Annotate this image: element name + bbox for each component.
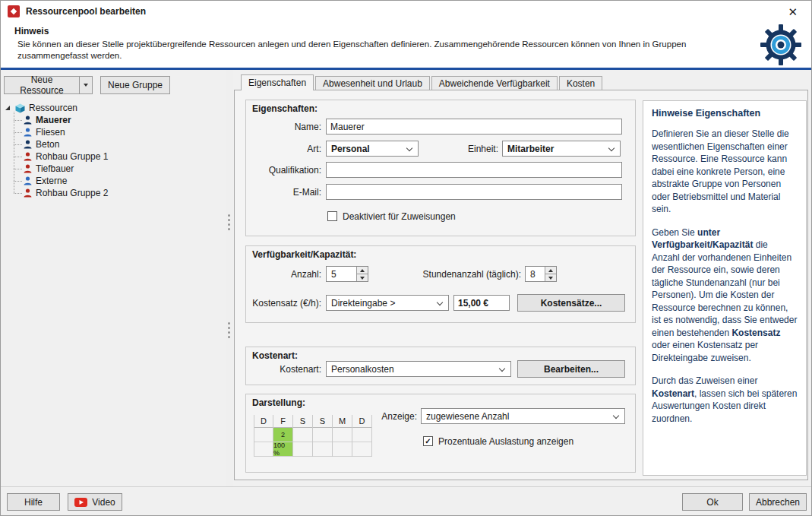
ressourcenpool-dialog: Ressourcenpool bearbeiten ✕ Hinweis Sie … — [0, 0, 812, 516]
tree-item-ressourcen[interactable]: Ressourcen — [5, 102, 108, 114]
abbrechen-button[interactable]: Abbrechen — [749, 493, 807, 511]
tree-children: Mauerer Fliesen Beton Rohbau Gruppe 1 Ti… — [24, 114, 108, 199]
tab-kosten[interactable]: Kosten — [559, 76, 602, 90]
bearbeiten-button[interactable]: Bearbeiten... — [517, 360, 625, 378]
tab-strip: Eigenschaften Abwesenheit und Urlaub Abw… — [241, 74, 604, 90]
spinner-up-icon[interactable] — [357, 267, 368, 274]
auslastung-checkbox[interactable]: ✓ — [423, 436, 433, 446]
tree-item-tiefbauer[interactable]: Tiefbauer — [24, 163, 108, 175]
hilfe-button[interactable]: Hilfe — [7, 493, 60, 511]
chevron-down-icon — [84, 84, 88, 87]
help-title: Hinweise Eigenschaften — [652, 108, 798, 119]
app-icon — [8, 5, 20, 17]
tab-abwesenheit-und-urlaub[interactable]: Abwesenheit und Urlaub — [315, 76, 430, 90]
kostenart-label: Kostenart: — [245, 364, 321, 375]
calendar-column: S — [313, 415, 333, 457]
tree-item-mauerer[interactable]: Mauerer — [24, 114, 108, 126]
spinner-up-icon[interactable] — [545, 267, 556, 274]
tree-root-label: Ressourcen — [29, 103, 77, 113]
stundenanzahl-stepper-buttons — [545, 267, 556, 281]
kostensatz-label: Kostensatz (€/h): — [245, 298, 321, 309]
gear-logo-icon — [760, 24, 802, 66]
kostensaetze-button[interactable]: Kostensätze... — [517, 294, 625, 312]
panel-splitter[interactable] — [226, 70, 233, 488]
day-header: D — [352, 415, 371, 428]
splitter-handle[interactable] — [228, 322, 230, 338]
help-panel: Hinweise Eigenschaften Definieren Sie an… — [643, 100, 807, 476]
tree-item-rohbau-gruppe-1[interactable]: Rohbau Gruppe 1 — [24, 150, 108, 163]
spinner-down-icon[interactable] — [545, 274, 556, 281]
group-darstellung-caption: Darstellung: — [252, 397, 305, 408]
availability-preview-calendar: D F 2 100 % S S M D — [254, 415, 372, 457]
tree-item-externe[interactable]: Externe — [24, 175, 108, 187]
day-header: D — [254, 415, 273, 428]
calendar-cell-percent: 100 % — [273, 442, 292, 457]
anzeige-value: zugewiesene Anzahl — [426, 411, 509, 422]
anzahl-value: 5 — [327, 267, 356, 281]
auslastung-checkbox-label: Prozentuale Auslastung anzeigen — [438, 436, 573, 447]
day-header: M — [333, 415, 352, 428]
anzahl-stepper[interactable]: 5 — [326, 266, 368, 282]
group-eigenschaften-caption: Eigenschaften: — [252, 103, 318, 114]
new-resource-dropdown-button[interactable] — [80, 76, 93, 94]
stundenanzahl-stepper[interactable]: 8 — [525, 266, 557, 282]
deaktiviert-checkbox[interactable] — [327, 211, 337, 221]
new-group-button[interactable]: Neue Gruppe — [100, 76, 170, 94]
tab-abweichende-verfuegbarkeit[interactable]: Abweichende Verfügbarkeit — [431, 76, 558, 90]
calendar-cell — [352, 428, 371, 442]
tree-item-rohbau-gruppe-2[interactable]: Rohbau Gruppe 2 — [24, 187, 108, 199]
day-header: F — [273, 415, 292, 428]
hint-header: Hinweis Sie können an dieser Stelle proj… — [1, 22, 811, 68]
tree-item-fliesen[interactable]: Fliesen — [24, 126, 108, 138]
tree-item-label: Externe — [36, 176, 67, 186]
tree-expanded-icon[interactable] — [5, 106, 10, 110]
kostensatz-mode-select[interactable]: Direkteingabe > — [326, 295, 449, 311]
calendar-cell-count: 2 — [273, 428, 292, 442]
anzeige-select[interactable]: zugewiesene Anzahl — [421, 408, 625, 424]
person-icon — [24, 176, 32, 185]
splitter-handle[interactable] — [228, 214, 230, 230]
qualifikation-input[interactable] — [326, 162, 622, 178]
calendar-cell — [333, 428, 352, 442]
day-header: S — [293, 415, 312, 428]
calendar-column: D — [254, 415, 273, 457]
art-select[interactable]: Personal — [326, 141, 419, 157]
email-label: E-Mail: — [245, 187, 321, 198]
help-paragraph-1: Definieren Sie an dieser Stelle die wese… — [652, 128, 798, 216]
art-label: Art: — [245, 144, 321, 154]
einheit-value: Mitarbeiter — [507, 144, 554, 154]
close-icon[interactable]: ✕ — [783, 5, 802, 18]
resources-cube-icon — [15, 103, 25, 113]
calendar-column: S — [293, 415, 313, 457]
kostenart-select[interactable]: Personalkosten — [326, 361, 511, 377]
calendar-cell — [352, 442, 371, 457]
stundenanzahl-label: Stundenanzahl (täglich): — [407, 269, 521, 280]
art-value: Personal — [331, 144, 370, 154]
kostensatz-mode-value: Direkteingabe > — [331, 298, 395, 309]
tab-eigenschaften[interactable]: Eigenschaften — [241, 74, 314, 90]
video-button[interactable]: Video — [68, 493, 122, 511]
tree-item-beton[interactable]: Beton — [24, 138, 108, 150]
spinner-down-icon[interactable] — [357, 274, 368, 281]
einheit-select[interactable]: Mitarbeiter — [502, 141, 621, 157]
kostensatz-input[interactable] — [453, 295, 510, 311]
resource-tree-panel: Neue Ressource Neue Gruppe Ressourcen Ma… — [1, 70, 226, 488]
chevron-down-icon — [613, 413, 619, 419]
help-text: die Anzahl der vorhandenen Einheiten der… — [652, 239, 797, 338]
calendar-column: D — [352, 415, 372, 457]
ok-button[interactable]: Ok — [682, 493, 743, 511]
person-icon — [24, 128, 32, 137]
calendar-cell — [293, 428, 312, 442]
email-input[interactable] — [326, 184, 622, 200]
hint-description: Sie können an dieser Stelle projektüberg… — [17, 39, 705, 62]
help-text: Durch das Zuweisen einer — [652, 375, 757, 386]
name-input[interactable] — [326, 119, 622, 135]
group-verfuegbarkeit-caption: Verfügbarkeit/Kapazität: — [252, 249, 356, 260]
chevron-down-icon — [406, 145, 412, 151]
help-paragraph-3: Durch das Zuweisen einer Kostenart, lass… — [652, 375, 798, 425]
person-icon — [24, 188, 32, 198]
new-resource-button[interactable]: Neue Ressource — [4, 76, 80, 94]
anzeige-label: Anzeige: — [381, 411, 417, 422]
help-text: oder einen Kostensatz per Direkteingabe … — [652, 340, 758, 363]
person-icon — [24, 140, 32, 149]
